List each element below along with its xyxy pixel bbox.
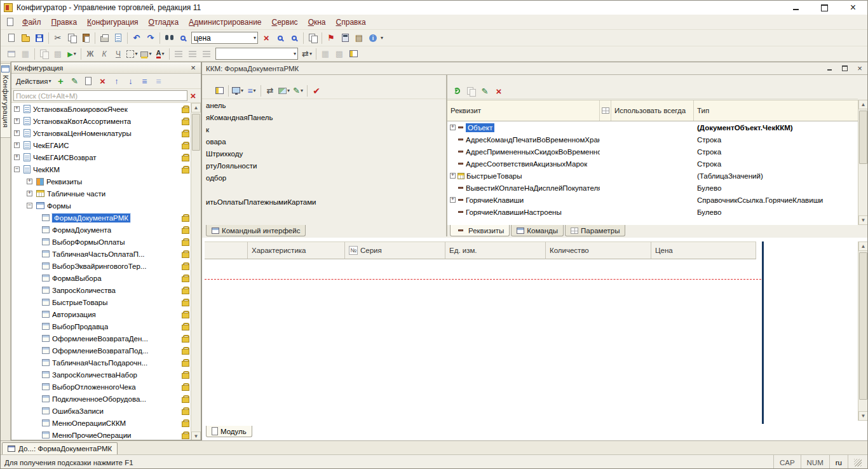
window-tab-form-document[interactable]: До...: ФормаДокументаРМК [2,442,118,454]
new-document-icon[interactable] [4,32,18,44]
add-icon[interactable] [53,75,67,88]
tree-item[interactable]: ОформлениеВозвратаДен... [11,332,201,344]
tree-item[interactable]: УстановкаЦенНоменклатуры [11,127,201,139]
windows-panel-icon[interactable] [18,48,32,60]
add-copy-icon[interactable] [81,75,95,88]
scrollbar-thumb[interactable] [192,114,200,151]
find-icon[interactable] [162,32,176,44]
expand-icon[interactable] [14,106,20,112]
tree-search-input[interactable] [13,90,187,101]
global-search-icon[interactable] [176,32,190,44]
clear-tree-search-icon[interactable] [187,90,199,102]
tree-item[interactable]: ВыборПродавца [11,320,201,332]
cut-icon[interactable] [51,32,65,44]
italic-icon[interactable]: К [97,48,111,60]
expand-icon[interactable] [27,179,32,184]
column-type[interactable]: Тип [694,100,858,121]
tree-item[interactable]: ВыборОтложенногоЧека [11,381,201,393]
expand-icon[interactable] [14,154,20,160]
arrow-style-icon[interactable] [300,48,314,60]
scroll-up-icon[interactable]: ▲ [858,100,868,109]
menu-file[interactable]: Файл [17,15,46,29]
underline-icon[interactable]: Ч [111,48,125,60]
attribute-row[interactable]: ГорячиеКлавишиНастроены Булево [447,206,858,218]
find-previous-icon[interactable] [287,32,301,44]
toolbar-options-icon[interactable] [381,35,383,41]
duplicate-icon[interactable] [306,32,320,44]
collapse-icon[interactable] [14,167,20,172]
syntax-check-icon[interactable] [324,32,338,44]
align-right-icon[interactable] [200,48,214,60]
sort-icon[interactable] [137,75,151,88]
edit-icon[interactable] [67,75,81,88]
column-use-always[interactable]: Использовать всегда [611,100,694,121]
help-book-icon[interactable] [352,32,366,44]
tree-item[interactable]: Формы [11,200,201,212]
db-config-icon[interactable] [51,48,65,60]
grid-view-icon[interactable] [318,48,332,60]
maximize-button[interactable] [810,1,839,15]
expand-icon[interactable] [450,173,456,179]
tree-scrollbar[interactable]: ▲ ▼ [191,103,201,440]
language-indicator[interactable]: ru [829,455,848,469]
expand-icon[interactable] [14,130,20,136]
scrollbar-thumb[interactable] [859,111,867,164]
form-tree-item[interactable]: одбор [202,172,446,184]
undo-icon[interactable] [130,32,144,44]
tree-item[interactable]: ВыборФормыОплаты [11,236,201,248]
scrollbar-thumb[interactable] [859,252,867,400]
tree-item[interactable]: ЧекЕГАИС [11,139,201,151]
tree-item[interactable]: ПодключенноеОборудова... [11,393,201,405]
form-tree-item[interactable]: Штрихкоду [202,147,446,160]
menu-windows[interactable]: Окна [303,15,331,29]
tree-item[interactable]: МенюПрочиеОперации [11,429,201,440]
tree-item[interactable]: Реквизиты [11,175,201,187]
attribute-row[interactable]: ВывестиКОплатеНаДисплейПокупателя Булево [447,182,858,194]
compare-config-icon[interactable] [37,48,51,60]
filter-icon[interactable] [151,75,165,88]
move-down-icon[interactable] [123,75,137,88]
collapse-icon[interactable] [27,203,32,208]
minimize-button[interactable] [782,1,810,15]
scroll-down-icon[interactable]: ▼ [191,432,201,440]
attribute-row[interactable]: АдресПримененныхСкидокВоВременно... Стро… [447,146,858,158]
open-icon[interactable] [18,32,32,44]
tree-item-selected[interactable]: ФормаДокументаРМК [11,212,201,224]
scroll-down-icon[interactable]: ▼ [858,411,868,421]
copy-icon[interactable] [65,32,79,44]
tree-item[interactable]: ТабличнаяЧастьПодарочн... [11,357,201,369]
font-color-icon[interactable]: А [153,48,167,60]
find-next-icon[interactable] [273,32,287,44]
style-combo[interactable] [215,48,298,60]
check-form-icon[interactable] [309,85,323,97]
info-icon[interactable] [366,32,380,44]
tree-item[interactable]: МенюОперацииСККМ [11,417,201,429]
save-icon[interactable] [32,32,46,44]
doc-minimize-button[interactable] [825,65,834,72]
tree-item[interactable]: ЧекККМ [11,163,201,175]
preview-col-series[interactable]: №Серия [345,241,445,259]
menu-edit[interactable]: Правка [46,15,83,29]
tree-item[interactable]: ЗапросКоличества [11,284,201,296]
align-center-icon[interactable] [186,48,200,60]
tree-item[interactable]: ФормаВыбора [11,272,201,284]
tree-item[interactable]: ЧекЕГАИСВозврат [11,151,201,163]
scroll-down-icon[interactable]: ▼ [858,215,868,225]
tree-item[interactable]: ОшибкаЗаписи [11,405,201,417]
preview-col-quantity[interactable]: Количество [546,241,651,259]
tab-order-icon[interactable] [263,85,277,97]
panel-right-icon[interactable] [346,48,360,60]
copy-attribute-icon[interactable] [464,85,478,97]
main-attribute-column-icon[interactable] [600,100,611,121]
form-tree-item[interactable]: анель [202,99,446,111]
print-icon[interactable] [97,32,111,44]
run-debug-icon[interactable] [65,48,79,60]
doc-close-button[interactable] [855,65,864,72]
search-dropdown-icon[interactable] [254,35,256,41]
draw-line-icon[interactable] [291,85,305,97]
image-icon[interactable] [277,85,291,97]
form-tree-item[interactable]: итьОплатыПлатежнымиКартами [202,196,446,208]
delete-attribute-icon[interactable] [492,85,506,97]
preview-scrollbar[interactable]: ▲ ▼ [858,241,868,421]
tree-item[interactable]: БыстрыеТовары [11,296,201,308]
